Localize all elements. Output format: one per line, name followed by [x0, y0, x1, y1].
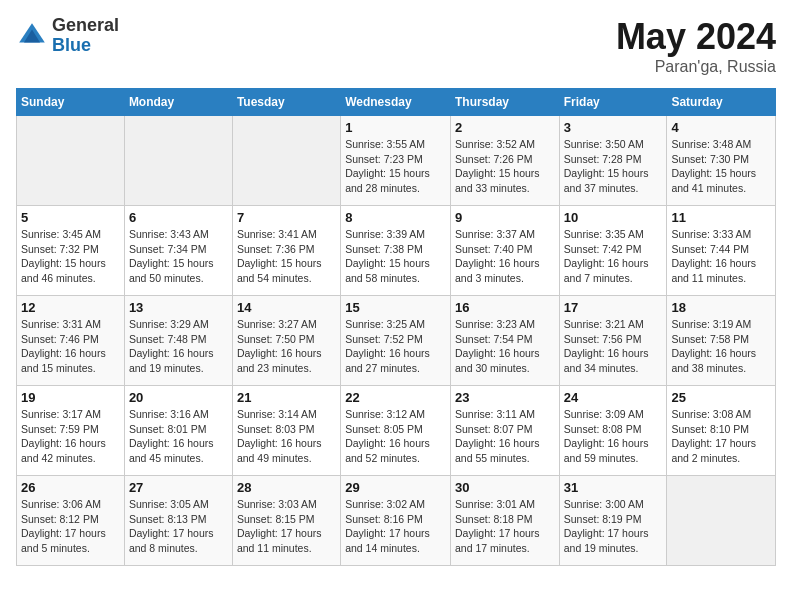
day-info: Sunrise: 3:29 AM Sunset: 7:48 PM Dayligh…	[129, 317, 228, 376]
day-number: 22	[345, 390, 446, 405]
day-number: 23	[455, 390, 555, 405]
calendar-cell	[17, 116, 125, 206]
day-number: 1	[345, 120, 446, 135]
calendar-cell: 23Sunrise: 3:11 AM Sunset: 8:07 PM Dayli…	[450, 386, 559, 476]
day-info: Sunrise: 3:08 AM Sunset: 8:10 PM Dayligh…	[671, 407, 771, 466]
day-number: 16	[455, 300, 555, 315]
calendar-cell: 25Sunrise: 3:08 AM Sunset: 8:10 PM Dayli…	[667, 386, 776, 476]
calendar-cell: 18Sunrise: 3:19 AM Sunset: 7:58 PM Dayli…	[667, 296, 776, 386]
day-number: 29	[345, 480, 446, 495]
day-info: Sunrise: 3:11 AM Sunset: 8:07 PM Dayligh…	[455, 407, 555, 466]
day-info: Sunrise: 3:19 AM Sunset: 7:58 PM Dayligh…	[671, 317, 771, 376]
logo: General Blue	[16, 16, 119, 56]
calendar-cell: 21Sunrise: 3:14 AM Sunset: 8:03 PM Dayli…	[232, 386, 340, 476]
day-info: Sunrise: 3:31 AM Sunset: 7:46 PM Dayligh…	[21, 317, 120, 376]
logo-icon	[16, 20, 48, 52]
calendar-cell: 5Sunrise: 3:45 AM Sunset: 7:32 PM Daylig…	[17, 206, 125, 296]
day-number: 14	[237, 300, 336, 315]
day-info: Sunrise: 3:39 AM Sunset: 7:38 PM Dayligh…	[345, 227, 446, 286]
day-number: 5	[21, 210, 120, 225]
title-block: May 2024 Paran'ga, Russia	[616, 16, 776, 76]
day-info: Sunrise: 3:55 AM Sunset: 7:23 PM Dayligh…	[345, 137, 446, 196]
header-monday: Monday	[124, 89, 232, 116]
calendar-cell: 7Sunrise: 3:41 AM Sunset: 7:36 PM Daylig…	[232, 206, 340, 296]
calendar-cell: 1Sunrise: 3:55 AM Sunset: 7:23 PM Daylig…	[341, 116, 451, 206]
calendar-cell: 4Sunrise: 3:48 AM Sunset: 7:30 PM Daylig…	[667, 116, 776, 206]
day-number: 6	[129, 210, 228, 225]
day-info: Sunrise: 3:06 AM Sunset: 8:12 PM Dayligh…	[21, 497, 120, 556]
day-number: 24	[564, 390, 663, 405]
header-wednesday: Wednesday	[341, 89, 451, 116]
logo-general-text: General	[52, 16, 119, 36]
calendar-cell: 10Sunrise: 3:35 AM Sunset: 7:42 PM Dayli…	[559, 206, 667, 296]
day-info: Sunrise: 3:37 AM Sunset: 7:40 PM Dayligh…	[455, 227, 555, 286]
page-header: General Blue May 2024 Paran'ga, Russia	[16, 16, 776, 76]
day-info: Sunrise: 3:23 AM Sunset: 7:54 PM Dayligh…	[455, 317, 555, 376]
day-number: 19	[21, 390, 120, 405]
day-info: Sunrise: 3:09 AM Sunset: 8:08 PM Dayligh…	[564, 407, 663, 466]
day-info: Sunrise: 3:21 AM Sunset: 7:56 PM Dayligh…	[564, 317, 663, 376]
calendar-cell: 20Sunrise: 3:16 AM Sunset: 8:01 PM Dayli…	[124, 386, 232, 476]
day-info: Sunrise: 3:35 AM Sunset: 7:42 PM Dayligh…	[564, 227, 663, 286]
day-info: Sunrise: 3:00 AM Sunset: 8:19 PM Dayligh…	[564, 497, 663, 556]
calendar-cell: 6Sunrise: 3:43 AM Sunset: 7:34 PM Daylig…	[124, 206, 232, 296]
day-number: 13	[129, 300, 228, 315]
day-info: Sunrise: 3:14 AM Sunset: 8:03 PM Dayligh…	[237, 407, 336, 466]
calendar-week-4: 19Sunrise: 3:17 AM Sunset: 7:59 PM Dayli…	[17, 386, 776, 476]
calendar-cell: 15Sunrise: 3:25 AM Sunset: 7:52 PM Dayli…	[341, 296, 451, 386]
header-sunday: Sunday	[17, 89, 125, 116]
calendar-cell: 3Sunrise: 3:50 AM Sunset: 7:28 PM Daylig…	[559, 116, 667, 206]
day-number: 18	[671, 300, 771, 315]
day-info: Sunrise: 3:43 AM Sunset: 7:34 PM Dayligh…	[129, 227, 228, 286]
day-info: Sunrise: 3:17 AM Sunset: 7:59 PM Dayligh…	[21, 407, 120, 466]
calendar-cell: 31Sunrise: 3:00 AM Sunset: 8:19 PM Dayli…	[559, 476, 667, 566]
day-number: 3	[564, 120, 663, 135]
calendar-cell: 26Sunrise: 3:06 AM Sunset: 8:12 PM Dayli…	[17, 476, 125, 566]
calendar-cell: 12Sunrise: 3:31 AM Sunset: 7:46 PM Dayli…	[17, 296, 125, 386]
day-info: Sunrise: 3:33 AM Sunset: 7:44 PM Dayligh…	[671, 227, 771, 286]
day-number: 25	[671, 390, 771, 405]
day-number: 2	[455, 120, 555, 135]
calendar-cell	[124, 116, 232, 206]
day-info: Sunrise: 3:16 AM Sunset: 8:01 PM Dayligh…	[129, 407, 228, 466]
calendar-header-row: SundayMondayTuesdayWednesdayThursdayFrid…	[17, 89, 776, 116]
day-number: 30	[455, 480, 555, 495]
calendar-cell: 17Sunrise: 3:21 AM Sunset: 7:56 PM Dayli…	[559, 296, 667, 386]
calendar-week-5: 26Sunrise: 3:06 AM Sunset: 8:12 PM Dayli…	[17, 476, 776, 566]
calendar-title: May 2024	[616, 16, 776, 58]
day-number: 10	[564, 210, 663, 225]
header-saturday: Saturday	[667, 89, 776, 116]
calendar-cell	[232, 116, 340, 206]
day-info: Sunrise: 3:45 AM Sunset: 7:32 PM Dayligh…	[21, 227, 120, 286]
day-info: Sunrise: 3:05 AM Sunset: 8:13 PM Dayligh…	[129, 497, 228, 556]
calendar-cell: 24Sunrise: 3:09 AM Sunset: 8:08 PM Dayli…	[559, 386, 667, 476]
calendar-cell: 27Sunrise: 3:05 AM Sunset: 8:13 PM Dayli…	[124, 476, 232, 566]
calendar-cell: 11Sunrise: 3:33 AM Sunset: 7:44 PM Dayli…	[667, 206, 776, 296]
day-number: 9	[455, 210, 555, 225]
calendar-table: SundayMondayTuesdayWednesdayThursdayFrid…	[16, 88, 776, 566]
day-number: 21	[237, 390, 336, 405]
calendar-cell: 8Sunrise: 3:39 AM Sunset: 7:38 PM Daylig…	[341, 206, 451, 296]
day-number: 7	[237, 210, 336, 225]
calendar-week-1: 1Sunrise: 3:55 AM Sunset: 7:23 PM Daylig…	[17, 116, 776, 206]
calendar-location: Paran'ga, Russia	[616, 58, 776, 76]
day-number: 17	[564, 300, 663, 315]
calendar-cell: 19Sunrise: 3:17 AM Sunset: 7:59 PM Dayli…	[17, 386, 125, 476]
calendar-cell: 2Sunrise: 3:52 AM Sunset: 7:26 PM Daylig…	[450, 116, 559, 206]
day-info: Sunrise: 3:52 AM Sunset: 7:26 PM Dayligh…	[455, 137, 555, 196]
day-info: Sunrise: 3:12 AM Sunset: 8:05 PM Dayligh…	[345, 407, 446, 466]
calendar-cell	[667, 476, 776, 566]
day-number: 28	[237, 480, 336, 495]
calendar-cell: 14Sunrise: 3:27 AM Sunset: 7:50 PM Dayli…	[232, 296, 340, 386]
day-number: 26	[21, 480, 120, 495]
day-number: 12	[21, 300, 120, 315]
day-number: 27	[129, 480, 228, 495]
logo-blue-text: Blue	[52, 36, 119, 56]
day-number: 20	[129, 390, 228, 405]
calendar-cell: 16Sunrise: 3:23 AM Sunset: 7:54 PM Dayli…	[450, 296, 559, 386]
header-tuesday: Tuesday	[232, 89, 340, 116]
day-info: Sunrise: 3:27 AM Sunset: 7:50 PM Dayligh…	[237, 317, 336, 376]
calendar-cell: 9Sunrise: 3:37 AM Sunset: 7:40 PM Daylig…	[450, 206, 559, 296]
day-number: 4	[671, 120, 771, 135]
day-info: Sunrise: 3:25 AM Sunset: 7:52 PM Dayligh…	[345, 317, 446, 376]
